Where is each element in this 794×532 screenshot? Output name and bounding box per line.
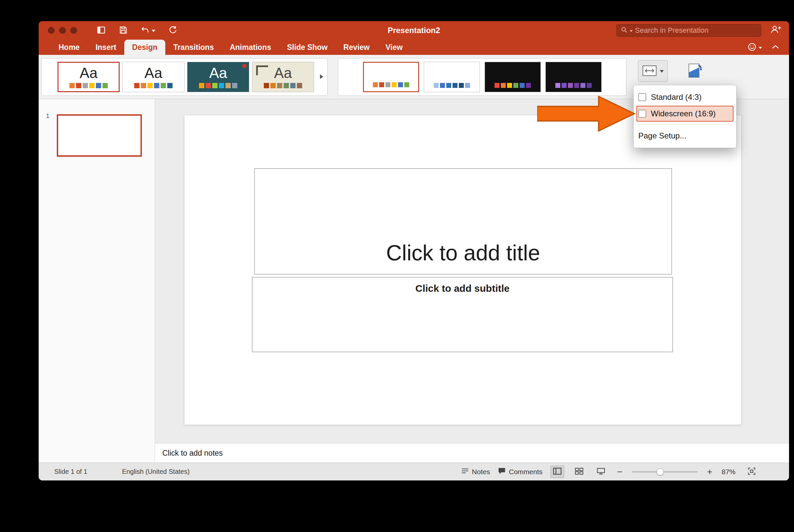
search-icon xyxy=(621,26,627,34)
slideshow-icon xyxy=(597,468,605,476)
status-right-group: Notes Comments xyxy=(461,466,789,478)
collapse-ribbon-button[interactable] xyxy=(772,45,779,50)
status-left-group: Slide 1 of 1 English (United States) xyxy=(39,468,190,475)
zoom-out-button[interactable]: − xyxy=(616,467,624,476)
status-bar: Slide 1 of 1 English (United States) Not… xyxy=(39,462,789,480)
format-background-button[interactable] xyxy=(681,59,707,83)
search-field[interactable] xyxy=(617,24,761,37)
tab-transitions[interactable]: Transitions xyxy=(165,40,222,55)
panel-toggle-button[interactable] xyxy=(96,25,106,36)
theme-letters: Aa xyxy=(209,66,227,80)
powerpoint-window: Presentation2 Home Insert Design Tra xyxy=(39,21,789,480)
slideshow-view-button[interactable] xyxy=(594,466,608,478)
variant-thumbnail-3[interactable] xyxy=(485,62,541,92)
traffic-lights xyxy=(48,27,77,34)
notes-placeholder: Click to add notes xyxy=(162,449,223,458)
fit-slide-to-window-button[interactable] xyxy=(748,467,756,476)
tab-insert[interactable]: Insert xyxy=(88,40,124,55)
minimize-window-button[interactable] xyxy=(59,27,66,34)
search-input[interactable] xyxy=(635,26,757,35)
variant-gallery xyxy=(338,58,626,96)
tab-design[interactable]: Design xyxy=(124,40,166,55)
slide-size-menu: Standard (4:3) Widescreen (16:9) Page Se… xyxy=(634,85,736,148)
fit-to-window-icon xyxy=(748,472,756,476)
redo-button[interactable] xyxy=(168,25,177,36)
share-add-people-button[interactable] xyxy=(771,25,782,35)
tab-review[interactable]: Review xyxy=(336,40,378,55)
zoom-in-button[interactable]: + xyxy=(706,467,714,476)
theme-gallery-expand-button[interactable] xyxy=(317,67,326,87)
close-window-button[interactable] xyxy=(48,27,55,34)
menu-item-widescreen[interactable]: Widescreen (16:9) xyxy=(636,106,734,121)
theme-letters: Aa xyxy=(274,66,292,80)
panel-toggle-icon xyxy=(96,25,106,36)
theme-gallery: Aa Aa Aa Aa xyxy=(41,58,327,96)
zoom-window-button[interactable] xyxy=(71,27,77,34)
tab-home[interactable]: Home xyxy=(51,40,88,55)
comments-toggle-label: Comments xyxy=(509,468,543,476)
zoom-slider-thumb[interactable] xyxy=(657,468,664,475)
format-background-icon xyxy=(685,62,703,81)
menu-item-standard[interactable]: Standard (4:3) xyxy=(634,89,736,106)
slide-sorter-view-button[interactable] xyxy=(572,466,586,478)
theme-thumbnail-3[interactable]: Aa xyxy=(187,62,249,92)
chevron-right-icon xyxy=(320,74,323,80)
menu-item-label: Page Setup... xyxy=(638,131,686,140)
feedback-smiley-button[interactable] xyxy=(748,42,762,53)
zoom-level[interactable]: 87% xyxy=(722,468,736,476)
ribbon-right-controls xyxy=(748,40,789,55)
undo-button[interactable] xyxy=(140,25,155,36)
normal-view-button[interactable] xyxy=(550,466,564,478)
corner-bracket-decoration xyxy=(256,65,268,75)
variant-thumbnail-2[interactable] xyxy=(424,62,480,92)
comments-icon xyxy=(498,467,506,476)
theme-thumbnail-4[interactable]: Aa xyxy=(252,62,314,92)
slide-number: 1 xyxy=(46,112,50,120)
normal-view-icon xyxy=(553,468,562,476)
title-placeholder[interactable]: Click to add title xyxy=(254,168,672,274)
checkbox-unchecked xyxy=(638,93,646,101)
notification-dot xyxy=(242,64,247,68)
comments-toggle-button[interactable]: Comments xyxy=(498,467,543,476)
quick-access-toolbar xyxy=(96,25,177,36)
notes-toggle-button[interactable]: Notes xyxy=(461,468,490,476)
theme-color-swatches xyxy=(264,83,302,88)
tab-slide-show[interactable]: Slide Show xyxy=(279,40,336,55)
chevron-down-icon xyxy=(152,28,155,33)
language-indicator[interactable]: English (United States) xyxy=(122,468,190,475)
checkbox-unchecked xyxy=(638,110,646,118)
zoom-slider[interactable] xyxy=(632,471,698,473)
variant-thumbnail-4[interactable] xyxy=(545,62,602,92)
variant-color-swatches xyxy=(555,83,592,88)
chevron-down-icon xyxy=(759,45,762,50)
theme-color-swatches xyxy=(199,83,237,88)
menu-item-page-setup[interactable]: Page Setup... xyxy=(634,127,736,145)
menu-item-label: Standard (4:3) xyxy=(651,93,701,102)
save-button[interactable] xyxy=(119,25,128,36)
notes-icon xyxy=(461,468,469,476)
variant-thumbnail-1[interactable] xyxy=(363,62,419,92)
notes-area[interactable]: Click to add notes xyxy=(155,443,789,462)
chevron-down-icon xyxy=(660,69,664,74)
tab-view[interactable]: View xyxy=(378,40,411,55)
chevron-down-icon xyxy=(630,27,633,33)
menu-item-label: Widescreen (16:9) xyxy=(651,109,716,118)
smiley-icon xyxy=(748,42,757,53)
title-bar: Presentation2 xyxy=(39,21,789,40)
variant-color-swatches xyxy=(494,83,531,88)
theme-color-swatches xyxy=(134,83,173,88)
grid-view-icon xyxy=(575,468,583,476)
tab-animations[interactable]: Animations xyxy=(222,40,279,55)
theme-letters: Aa xyxy=(80,66,97,80)
slide-canvas[interactable]: Click to add title Click to add subtitle xyxy=(185,115,741,424)
theme-thumbnail-2[interactable]: Aa xyxy=(122,62,185,92)
desktop-background: Presentation2 Home Insert Design Tra xyxy=(0,0,794,532)
slide-size-button[interactable] xyxy=(638,60,668,82)
slide-counter: Slide 1 of 1 xyxy=(54,468,87,475)
subtitle-placeholder[interactable]: Click to add subtitle xyxy=(252,277,673,352)
save-icon xyxy=(119,25,128,36)
slide-thumbnail[interactable] xyxy=(57,114,142,157)
theme-thumbnail-office[interactable]: Aa xyxy=(58,62,120,92)
variant-color-swatches xyxy=(434,83,470,88)
highlight-arrow xyxy=(537,95,636,133)
